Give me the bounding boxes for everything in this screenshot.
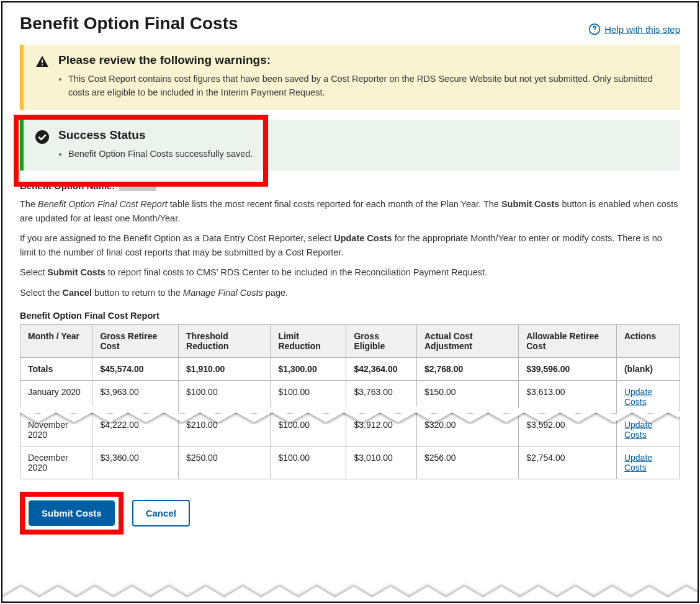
col-gross-eligible: Gross Eligible <box>346 325 417 358</box>
svg-point-4 <box>35 130 49 144</box>
help-icon <box>588 23 601 35</box>
success-item: Benefit Option Final Costs successfully … <box>68 147 253 161</box>
zigzag-bottom-icon <box>2 580 698 603</box>
submit-costs-button[interactable]: Submit Costs <box>29 500 115 526</box>
col-threshold: Threshold Reduction <box>179 325 271 358</box>
col-actual-adj: Actual Cost Adjustment <box>417 325 519 358</box>
col-month-year: Month / Year <box>20 325 92 358</box>
warning-icon <box>35 55 50 101</box>
warning-heading: Please review the following warnings: <box>58 53 669 67</box>
col-allowable: Allowable Retiree Cost <box>519 325 617 358</box>
table-row: January 2020 $3,963.00 $100.00 $100.00 $… <box>20 381 680 414</box>
help-link-label: Help with this step <box>604 24 680 35</box>
help-link[interactable]: Help with this step <box>588 23 680 35</box>
benefit-option-name-value-redacted <box>119 182 156 191</box>
benefit-option-name-label: Benefit Option Name: <box>20 180 115 191</box>
update-costs-link[interactable]: Update Costs <box>624 420 652 440</box>
page-title: Benefit Option Final Costs <box>20 14 238 33</box>
intro-paragraph-1: The Benefit Option Final Cost Report tab… <box>20 197 680 225</box>
success-icon <box>35 130 50 162</box>
col-limit: Limit Reduction <box>271 325 346 358</box>
svg-rect-2 <box>42 60 43 63</box>
success-heading: Success Status <box>58 128 253 142</box>
final-cost-report-table: Month / Year Gross Retiree Cost Threshol… <box>20 324 680 479</box>
svg-point-1 <box>595 32 595 32</box>
warning-item: This Cost Report contains cost figures t… <box>68 72 669 100</box>
update-costs-link[interactable]: Update Costs <box>624 453 652 473</box>
intro-paragraph-2: If you are assigned to the Benefit Optio… <box>20 231 680 259</box>
warning-alert: Please review the following warnings: Th… <box>20 45 680 110</box>
col-gross-retiree: Gross Retiree Cost <box>92 325 179 358</box>
intro-paragraph-3: Select Submit Costs to report final cost… <box>20 265 680 279</box>
cancel-button[interactable]: Cancel <box>132 500 190 526</box>
svg-rect-3 <box>42 64 43 66</box>
table-row: November 2020 $4,222.00 $210.00 $100.00 … <box>20 414 680 446</box>
highlight-box-submit: Submit Costs <box>20 492 123 535</box>
benefit-option-name-row: Benefit Option Name: <box>20 180 680 191</box>
update-costs-link[interactable]: Update Costs <box>624 387 652 407</box>
table-row: December 2020 $3,360.00 $250.00 $100.00 … <box>20 446 680 479</box>
success-alert: Success Status Benefit Option Final Cost… <box>20 120 680 171</box>
col-actions: Actions <box>616 325 680 358</box>
intro-paragraph-4: Select the Cancel button to return to th… <box>20 286 680 300</box>
table-caption: Benefit Option Final Cost Report <box>20 311 680 321</box>
table-row-totals: Totals $45,574.00 $1,910.00 $1,300.00 $4… <box>20 358 680 381</box>
